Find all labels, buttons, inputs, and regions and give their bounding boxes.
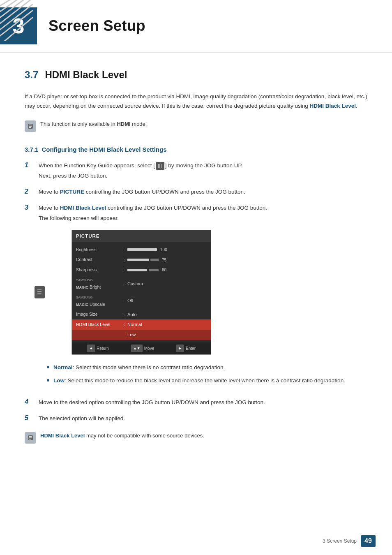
intro-end: . — [356, 103, 357, 109]
main-content: 3.7 HDMI Black Level If a DVD player or … — [0, 69, 392, 482]
footer-move: ▲▼ Move — [131, 345, 154, 352]
bullet-list: Normal: Select this mode when there is n… — [47, 363, 367, 385]
sharpness-bar-empty — [149, 269, 159, 271]
move-label: Move — [144, 345, 154, 352]
menu-row-hdmi-low: : Low — [72, 330, 211, 340]
step-2-num: 2 — [25, 187, 32, 195]
image-size-value: Auto — [127, 311, 205, 319]
step-3-num: 3 — [25, 204, 32, 211]
note2-highlight: HDMI Black Level — [40, 432, 85, 439]
chapter-title: Screen Setup — [48, 17, 145, 35]
menu-row-magic-bright: SAMSUNGMAGIC Bright : Custom — [72, 275, 211, 292]
intro-paragraph: If a DVD player or set-top box is connec… — [25, 92, 367, 111]
page-number: 49 — [361, 535, 376, 547]
return-label: Return — [97, 345, 109, 352]
picture-menu-body: Brightness : 100 Contrast : — [72, 242, 211, 342]
step-1-num: 1 — [25, 161, 32, 169]
magic-upscale-value: Off — [127, 297, 205, 305]
bullet-normal: Normal: Select this mode when there is n… — [47, 363, 367, 372]
menu-row-brightness: Brightness : 100 — [72, 245, 211, 255]
contrast-value: 75 — [127, 257, 205, 264]
step-3: 3 Move to HDMI Black Level controlling t… — [25, 204, 367, 391]
normal-term: Normal — [53, 364, 73, 370]
step-1-line2: Next, press the JOG button. — [39, 171, 367, 181]
enter-label: Enter — [186, 345, 196, 352]
return-key: ◄ — [87, 345, 95, 352]
note-1-text: This function is only available in HDMI … — [40, 120, 147, 129]
step-4-content: Move to the desired option controlling t… — [39, 398, 367, 407]
magic-upscale-label: SAMSUNGMAGIC Upscale — [76, 294, 121, 308]
menu-row-hdmi-normal: HDMI Black Level : Normal — [72, 319, 211, 330]
pencil-icon-2 — [27, 434, 34, 442]
hdmi-black-level-link: HDMI Black Level — [309, 103, 356, 109]
note1-end: mode. — [132, 121, 147, 127]
step-1-content: When the Function Key Guide appears, sel… — [39, 161, 367, 181]
jog-side-icon: ||| — [35, 286, 45, 298]
footer-section-label: 3 Screen Setup — [323, 538, 357, 544]
contrast-bar — [127, 259, 149, 261]
note-icon-2 — [25, 432, 36, 444]
steps-list: 1 When the Function Key Guide appears, s… — [25, 161, 367, 423]
magic-bright-value: Custom — [127, 280, 205, 288]
picture-menu-header: PICTURE — [72, 230, 211, 243]
brightness-label: Brightness — [76, 246, 121, 254]
low-term: Low — [53, 377, 65, 384]
sharpness-value: 60 — [127, 266, 205, 273]
note-box-2: HDMI Black Level may not be compatible w… — [25, 430, 367, 445]
hdmi-low-value: Low — [127, 331, 205, 339]
pencil-icon — [27, 123, 34, 130]
brightness-bar — [127, 248, 157, 251]
step-4: 4 Move to the desired option controlling… — [25, 398, 367, 407]
jog-icon-inline: ||| — [156, 162, 164, 170]
step-1: 1 When the Function Key Guide appears, s… — [25, 161, 367, 181]
sharpness-bar — [127, 269, 147, 271]
step-5-num: 5 — [25, 414, 32, 422]
note-2-text: HDMI Black Level may not be compatible w… — [40, 432, 204, 440]
subsection-title: Configuring the HDMI Black Level Setting… — [40, 146, 166, 153]
page-header: 3 Screen Setup — [0, 0, 392, 53]
step-2-highlight: PICTURE — [60, 189, 84, 195]
brightness-value: 100 — [127, 246, 205, 253]
menu-row-sharpness: Sharpness : 60 — [72, 265, 211, 275]
bullet-dot-low — [47, 379, 49, 382]
footer-enter: ► Enter — [176, 345, 196, 352]
footer-return: ◄ Return — [87, 345, 109, 352]
hdmi-black-level-label: HDMI Black Level — [76, 321, 121, 328]
hdmi-normal-value: Normal — [127, 321, 205, 328]
note2-end: may not be compatible with some source d… — [85, 432, 204, 439]
bullet-dot-normal — [47, 366, 49, 368]
step-5-content: The selected option will be applied. — [39, 414, 367, 423]
bullet-low: Low: Select this mode to reduce the blac… — [47, 376, 367, 385]
subsection-header: 3.7.1 Configuring the HDMI Black Level S… — [25, 146, 367, 153]
note1-prefix: This function is only available in — [40, 121, 115, 127]
move-key: ▲▼ — [131, 345, 143, 352]
step-4-num: 4 — [25, 398, 32, 406]
subsection-number: 3.7.1 — [25, 146, 38, 153]
bullet-low-text: Low: Select this mode to reduce the blac… — [53, 376, 345, 385]
step-5: 5 The selected option will be applied. — [25, 414, 367, 423]
menu-row-image-size: Image Size : Auto — [72, 310, 211, 320]
step-2-content: Move to PICTURE controlling the JOG butt… — [39, 187, 367, 197]
section-header: 3.7 HDMI Black Level — [25, 69, 367, 83]
page-footer: 3 Screen Setup 49 — [323, 535, 376, 547]
section-title: HDMI Black Level — [45, 69, 127, 81]
bullet-normal-text: Normal: Select this mode when there is n… — [53, 363, 225, 372]
chapter-number: 3 — [0, 7, 37, 44]
note-icon-1 — [25, 120, 36, 132]
image-size-label: Image Size — [76, 311, 121, 318]
note-box-1: This function is only available in HDMI … — [25, 118, 367, 134]
note1-highlight: HDMI — [117, 121, 130, 127]
step-2: 2 Move to PICTURE controlling the JOG bu… — [25, 187, 367, 197]
contrast-label: Contrast — [76, 256, 121, 264]
step-3-content: Move to HDMI Black Level controlling the… — [39, 204, 367, 391]
magic-bright-label: SAMSUNGMAGIC Bright — [76, 276, 121, 291]
sharpness-label: Sharpness — [76, 266, 121, 274]
picture-menu: PICTURE Brightness : 100 — [71, 230, 211, 355]
enter-key: ► — [176, 345, 184, 352]
contrast-bar-empty — [150, 259, 159, 261]
menu-row-magic-upscale: SAMSUNGMAGIC Upscale : Off — [72, 292, 211, 310]
picture-menu-footer: ◄ Return ▲▼ Move ► Enter — [72, 342, 211, 354]
step-3-line2: The following screen will appear. — [39, 214, 367, 223]
section-number: 3.7 — [25, 69, 38, 81]
menu-row-contrast: Contrast : 75 — [72, 255, 211, 265]
